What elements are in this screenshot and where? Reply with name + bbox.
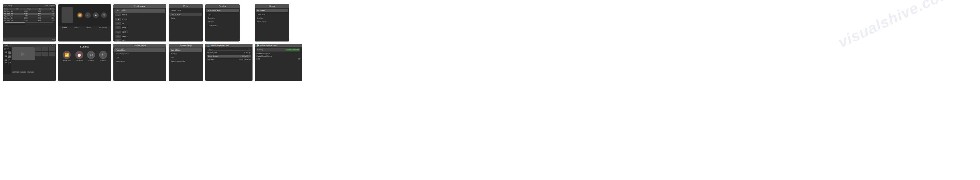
setup-menu-item[interactable]: Setup xyxy=(170,16,202,20)
disc-item[interactable]: My_Album_0052.7MBMP32021 xyxy=(3,19,55,21)
quick-setup-item[interactable]: Quick Setup xyxy=(206,24,239,27)
frequency-val: 44.75MHz xyxy=(241,59,248,61)
setup-interface-item[interactable]: Interface xyxy=(256,16,288,20)
input-item-dvbs[interactable]: 📺 DVB-S xyxy=(115,13,165,17)
col4: Menu Picture Setup Sound Setup Setup Sou… xyxy=(169,4,203,81)
tv-tuning-icon: 📺 xyxy=(207,45,210,47)
tv-channel-item[interactable]: 004Channel 4 xyxy=(3,61,11,65)
tuning-col-program: Program xyxy=(208,48,213,50)
sound-menu-list: Sound Mode Balance AVL Digital Audio out… xyxy=(169,48,203,64)
about-icon-circle: ℹ xyxy=(99,51,107,59)
tab-videos[interactable]: Videos xyxy=(86,27,91,28)
media-wifi-icon[interactable]: 📶 xyxy=(77,12,83,18)
digital-manual-label: Digital Manual Tuning xyxy=(256,55,272,57)
setup-sleep-item[interactable]: Sleep time xyxy=(256,13,288,16)
sleep-time-item[interactable]: Sleep time xyxy=(206,16,239,20)
camera-label: Cameras xyxy=(89,60,94,61)
tv-channel-item[interactable]: 003ITV xyxy=(3,59,11,61)
digital-audio-item[interactable]: Digital Audio output xyxy=(170,59,202,63)
input-item-hdmi1[interactable]: H1 HDMI 1 xyxy=(115,26,165,30)
tuning-header: Program ▲ ▼ xyxy=(207,48,251,51)
hdmi3-label: HDMI 3 xyxy=(122,35,128,37)
tab-music[interactable]: Music xyxy=(75,27,78,28)
media-music-icon[interactable]: ♪ xyxy=(85,12,91,18)
disc-setup-title: Disc Setup xyxy=(4,5,12,6)
input-item-hdmi3[interactable]: H3 HDMI 3 xyxy=(115,34,165,38)
left-column: Disc Setup USB 100% free Name Size Type … xyxy=(3,4,56,81)
avl-item[interactable]: AVL xyxy=(170,56,202,59)
disc-setup-content: Name Size Type Date Genre My_Album_0012.… xyxy=(3,7,56,24)
digital-manual-tuning-row[interactable]: Digital Manual Tuning xyxy=(256,55,300,57)
disc-list: My_Album_0012.3MBMP32021 My_Album_0023.1… xyxy=(3,10,55,21)
progress-fill xyxy=(5,22,25,23)
disc-setup-panel: Disc Setup USB 100% free Name Size Type … xyxy=(3,4,56,41)
digital-auto-tuning-row[interactable]: Digital Auto Tuning xyxy=(256,52,300,54)
tab-applications[interactable]: Applications xyxy=(99,27,107,28)
tv-main: ▶ xyxy=(11,47,56,74)
auto-power-item[interactable]: Auto Power Timer xyxy=(206,9,239,12)
digital-content: Country UNITED KINGDOM Digital Auto Tuni… xyxy=(255,47,302,61)
osd-item[interactable]: OSD xyxy=(206,13,239,16)
colour-system-label: Colour System xyxy=(208,55,218,57)
input-item-av[interactable]: AV AV xyxy=(115,21,165,25)
lcn-value[interactable]: Off xyxy=(298,58,300,60)
input-item-hdmi2[interactable]: H2 HDMI 2 xyxy=(115,30,165,34)
settings-network-icon[interactable]: 📶 Network Setting xyxy=(62,51,71,61)
tv-logos-bar: NETFLIX amazon YouTube xyxy=(11,70,56,74)
input-item-atv[interactable]: ATV ATV xyxy=(115,9,165,13)
settings-about-icon[interactable]: ℹ About TV xyxy=(99,51,107,61)
tuning-col-down: ▼ xyxy=(248,48,250,50)
balance-item[interactable]: Balance xyxy=(170,52,202,56)
settings-time-icon[interactable]: ⏰ Time Setting xyxy=(75,51,83,61)
input-item-dvbt[interactable]: 📡 DVB-T xyxy=(115,17,165,21)
dnr-item[interactable]: DNR xyxy=(114,56,165,59)
media-app-icon[interactable]: ⊞ xyxy=(101,12,107,18)
color-temp-item[interactable]: Color Temperature xyxy=(114,52,165,56)
disc-item[interactable]: My_Album_0031.8MBMP32021 xyxy=(3,15,55,17)
sound-setup-menu-item[interactable]: Sound Setup xyxy=(170,13,202,16)
left-arrow3-icon[interactable]: ◀ xyxy=(239,58,240,61)
col5: Function Auto Power Timer OSD Sleep time… xyxy=(205,4,253,81)
media-thumbnail xyxy=(62,7,73,23)
disc-item[interactable]: My_Album_0044.2MBMP32021 xyxy=(3,17,55,19)
tv-maximize-icon[interactable]: □ xyxy=(52,45,52,46)
disc-col-genre: Genre xyxy=(50,8,54,10)
tab-photos[interactable]: Photos xyxy=(62,27,67,28)
picture-setup-menu-item[interactable]: Picture Setup xyxy=(170,9,202,12)
sound-system-value: ◀ B/K ▶ xyxy=(243,51,251,54)
right-arrow-icon[interactable]: ▶ xyxy=(249,51,251,54)
interface-item[interactable]: Interface xyxy=(206,20,239,24)
aspect-ratio-item[interactable]: Aspect Ratio xyxy=(114,59,165,63)
sound-mode-item[interactable]: Sound Mode xyxy=(170,48,202,52)
disc-item[interactable]: My_Album_0012.3MBMP32021 xyxy=(3,10,55,12)
setup-panel: Setup OSD Time Sleep time Interface Quic… xyxy=(255,4,289,41)
main-container: Disc Setup USB 100% free Name Size Type … xyxy=(0,0,980,85)
input-item-vga[interactable]: VGA VGA xyxy=(115,39,165,41)
left-arrow-icon[interactable]: ◀ xyxy=(243,51,245,54)
media-player-panel: 📶 ♪ ▶ ⊞ Photos Music Videos Applications xyxy=(58,4,111,41)
tv-channel-item[interactable]: 001BBC ONE xyxy=(3,51,11,55)
col2: 📶 ♪ ▶ ⊞ Photos Music Videos Applications… xyxy=(58,4,111,81)
function-panel: Function Auto Power Timer OSD Sleep time… xyxy=(205,4,240,41)
setup-quick-item[interactable]: Quick Setup xyxy=(256,20,288,24)
hdmi1-label: HDMI 1 xyxy=(122,27,128,29)
dvbs-icon-box: 📺 xyxy=(115,13,121,16)
tv-thumb xyxy=(35,52,41,56)
left-arrow2-icon[interactable]: ◀ xyxy=(240,55,241,57)
picture-mode-item[interactable]: Picture Mode xyxy=(114,48,165,52)
tv-close-icon[interactable]: ✕ xyxy=(54,45,55,46)
progress-bar xyxy=(5,22,54,23)
country-row: Country UNITED KINGDOM xyxy=(256,48,300,51)
tv-channel-item[interactable]: 002BBC TWO xyxy=(3,55,11,59)
media-video-icon[interactable]: ▶ xyxy=(93,12,99,18)
right-arrow3-icon[interactable]: ▶ xyxy=(249,58,251,61)
setup-title: Setup xyxy=(255,4,289,8)
picture-setup-panel: Picture Setup Picture Mode Color Tempera… xyxy=(113,44,166,81)
country-value[interactable]: UNITED KINGDOM xyxy=(285,49,299,51)
settings-camera-icon[interactable]: ⚙ Cameras xyxy=(87,51,95,61)
tv-minimize-icon[interactable]: ─ xyxy=(50,45,51,46)
tv-channel-list: channel list 001BBC ONE 002BBC TWO 003IT… xyxy=(3,47,11,74)
disc-item-active[interactable]: My_Album_0023.1MBMP32021 xyxy=(3,13,55,14)
osd-time-item[interactable]: OSD Time xyxy=(256,9,288,12)
right-arrow2-icon[interactable]: ▶ xyxy=(248,55,250,57)
